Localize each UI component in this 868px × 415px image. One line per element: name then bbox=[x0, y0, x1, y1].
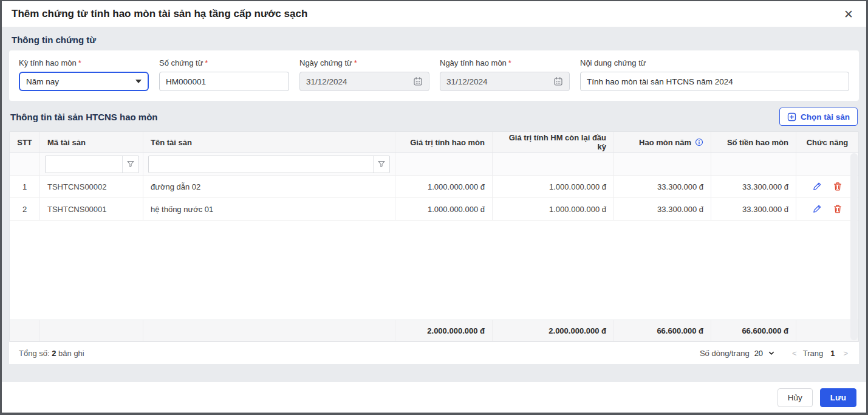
document-content-input[interactable] bbox=[587, 77, 842, 86]
cancel-button[interactable]: Hủy bbox=[777, 388, 813, 407]
field-label: Ngày tính hao mòn* bbox=[440, 58, 570, 67]
row-index: 2 bbox=[10, 198, 40, 220]
document-number-input[interactable] bbox=[166, 77, 282, 86]
select-asset-button[interactable]: Chọn tài sản bbox=[779, 108, 858, 126]
table-row[interactable]: 1 TSHTCNS00002 đường dẫn 02 1.000.000.00… bbox=[10, 176, 858, 198]
field-depreciation-period: Kỳ tính hao mòn* Năm nay bbox=[19, 58, 149, 91]
document-number-input-wrap bbox=[159, 72, 289, 91]
column-header-depreciation-value: Giá trị tính hao mòn bbox=[395, 132, 493, 153]
table-scrollbar[interactable] bbox=[850, 153, 858, 340]
filter-cell bbox=[614, 153, 711, 175]
column-header-yearly-depreciation: Hao mòn năm bbox=[614, 132, 711, 153]
depreciation-value-cell: 1.000.000.000 đ bbox=[395, 176, 493, 197]
filter-cell bbox=[796, 153, 858, 175]
field-document-number: Số chứng từ* bbox=[159, 58, 289, 91]
section-title-asset-info: Thông tin tài sản HTCNS hao mòn bbox=[10, 112, 158, 122]
close-icon[interactable]: ✕ bbox=[841, 6, 856, 22]
remaining-value-cell: 1.000.000.000 đ bbox=[493, 176, 614, 197]
info-icon[interactable] bbox=[695, 138, 703, 146]
remaining-value-cell: 1.000.000.000 đ bbox=[493, 198, 614, 220]
table-empty-area bbox=[10, 221, 858, 320]
field-document-date: Ngày chứng từ* 31/12/2024 bbox=[299, 58, 429, 91]
modal-title: Thêm chứng từ tính hao mòn tài sản hạ tầ… bbox=[12, 8, 307, 20]
modal-body: Thông tin chứng từ Kỳ tính hao mòn* Năm … bbox=[2, 27, 866, 382]
prev-page-button[interactable]: < bbox=[791, 349, 798, 358]
table-body-rows: 1 TSHTCNS00002 đường dẫn 02 1.000.000.00… bbox=[10, 176, 858, 221]
modal-header: Thêm chứng từ tính hao mòn tài sản hạ tầ… bbox=[2, 1, 866, 27]
depreciation-value-cell: 1.000.000.000 đ bbox=[395, 198, 493, 220]
column-header-remaining-value: Giá trị tính HM còn lại đầu kỳ bbox=[493, 132, 614, 153]
delete-icon[interactable] bbox=[832, 204, 843, 214]
field-label: Kỳ tính hao mòn* bbox=[19, 58, 149, 67]
asset-code-cell: TSHTCNS00001 bbox=[40, 198, 143, 220]
chevron-down-icon bbox=[135, 80, 142, 83]
pagination: Số dòng/trang 20 < Trang 1 > bbox=[700, 349, 849, 358]
edit-icon[interactable] bbox=[812, 204, 822, 214]
column-header-asset-code: Mã tài sản bbox=[40, 132, 143, 153]
calendar-icon bbox=[413, 77, 423, 86]
asset-name-filter bbox=[148, 156, 390, 173]
row-actions-cell bbox=[796, 198, 858, 220]
table-footer: Tổng số: 2 bản ghi Số dòng/trang 20 < Tr… bbox=[9, 341, 859, 364]
filter-icon[interactable] bbox=[122, 156, 138, 173]
calendar-icon bbox=[553, 77, 563, 86]
depreciation-date-input: 31/12/2024 bbox=[440, 72, 570, 91]
depreciation-amount-cell: 33.300.000 đ bbox=[711, 198, 796, 220]
plus-square-icon bbox=[787, 112, 796, 122]
depreciation-amount-cell: 33.300.000 đ bbox=[711, 176, 796, 197]
filter-cell-asset-name bbox=[143, 153, 395, 175]
filter-cell bbox=[711, 153, 796, 175]
asset-name-cell: đường dẫn 02 bbox=[143, 176, 395, 197]
column-header-stt: STT bbox=[10, 132, 40, 153]
row-actions-cell bbox=[796, 176, 858, 197]
filter-icon[interactable] bbox=[373, 156, 389, 173]
depreciation-period-value: Năm nay bbox=[26, 77, 59, 86]
filter-cell-asset-code bbox=[40, 153, 143, 175]
record-count-value: 2 bbox=[52, 349, 56, 358]
depreciation-period-select[interactable]: Năm nay bbox=[19, 72, 149, 91]
next-page-button[interactable]: > bbox=[842, 349, 849, 358]
total-depreciation-value: 2.000.000.000 đ bbox=[395, 320, 493, 341]
edit-icon[interactable] bbox=[812, 181, 822, 192]
table-row[interactable]: 2 TSHTCNS00001 hệ thống nước 01 1.000.00… bbox=[10, 198, 858, 221]
select-asset-button-label: Chọn tài sản bbox=[801, 112, 850, 122]
table-filter-row bbox=[10, 153, 858, 176]
asset-name-cell: hệ thống nước 01 bbox=[143, 198, 395, 220]
column-header-asset-name: Tên tài sản bbox=[143, 132, 395, 153]
asset-code-filter bbox=[45, 156, 139, 173]
field-document-content: Nội dung chứng từ bbox=[580, 58, 849, 91]
record-count: Tổng số: 2 bản ghi bbox=[19, 349, 84, 358]
table-totals-row: 2.000.000.000 đ 2.000.000.000 đ 66.600.0… bbox=[10, 320, 858, 341]
field-depreciation-date: Ngày tính hao mòn* 31/12/2024 bbox=[440, 58, 570, 91]
asset-code-cell: TSHTCNS00002 bbox=[40, 176, 143, 197]
rows-per-page-select[interactable]: 20 bbox=[754, 349, 775, 358]
filter-cell-stt bbox=[10, 153, 40, 175]
modal-dialog: Thêm chứng từ tính hao mòn tài sản hạ tầ… bbox=[0, 0, 868, 415]
asset-section-header: Thông tin tài sản HTCNS hao mòn Chọn tài… bbox=[10, 108, 858, 126]
chevron-down-icon bbox=[768, 349, 775, 357]
current-page: 1 bbox=[828, 349, 837, 358]
document-date-input: 31/12/2024 bbox=[299, 72, 429, 91]
yearly-depreciation-cell: 33.300.000 đ bbox=[614, 198, 711, 220]
field-label: Ngày chứng từ* bbox=[299, 58, 429, 67]
rows-per-page-label: Số dòng/trang bbox=[700, 349, 750, 358]
row-index: 1 bbox=[10, 176, 40, 197]
asset-code-filter-input[interactable] bbox=[46, 156, 122, 173]
field-label: Nội dung chứng từ bbox=[580, 58, 849, 67]
section-title-document-info: Thông tin chứng từ bbox=[9, 27, 859, 50]
total-yearly-depreciation: 66.600.000 đ bbox=[614, 320, 711, 341]
delete-icon[interactable] bbox=[832, 181, 843, 192]
field-label: Số chứng từ* bbox=[159, 58, 289, 67]
document-content-input-wrap bbox=[580, 72, 849, 91]
asset-table: STT Mã tài sản Tên tài sản Giá trị tính … bbox=[9, 131, 859, 341]
total-remaining-value: 2.000.000.000 đ bbox=[493, 320, 614, 341]
save-button[interactable]: Lưu bbox=[820, 388, 856, 407]
asset-name-filter-input[interactable] bbox=[149, 156, 373, 173]
column-header-actions: Chức năng bbox=[796, 132, 858, 153]
column-header-depreciation-amount: Số tiền hao mòn bbox=[711, 132, 796, 153]
document-info-form: Kỳ tính hao mòn* Năm nay Số chứng từ* Ng… bbox=[9, 50, 859, 101]
yearly-depreciation-cell: 33.300.000 đ bbox=[614, 176, 711, 197]
table-header-row: STT Mã tài sản Tên tài sản Giá trị tính … bbox=[10, 132, 858, 153]
modal-footer: Hủy Lưu bbox=[2, 382, 866, 413]
filter-cell bbox=[493, 153, 614, 175]
